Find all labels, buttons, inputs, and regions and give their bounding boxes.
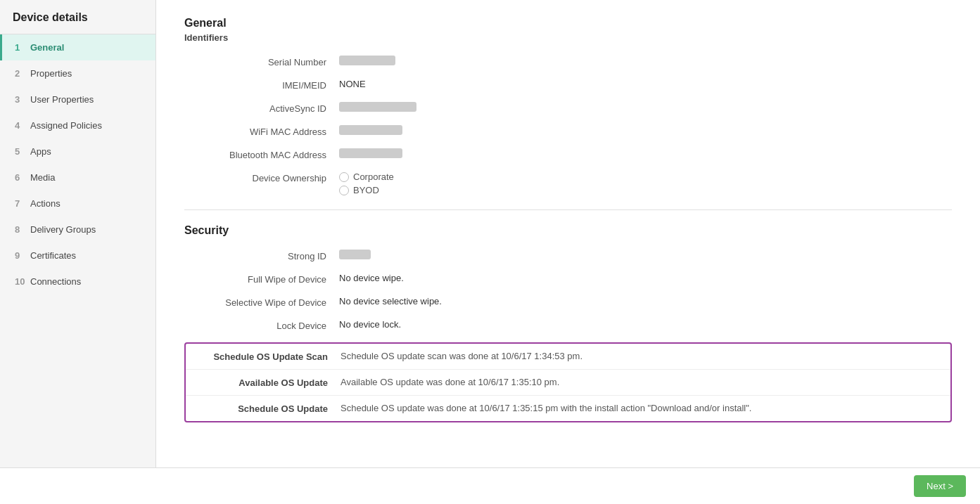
field-value: [339, 125, 402, 135]
highlight-value: Schedule OS update scan was done at 10/6…: [341, 351, 950, 361]
sidebar-item-label: User Properties: [30, 94, 94, 105]
highlight-row: Schedule OS Update ScanSchedule OS updat…: [186, 344, 950, 370]
sidebar-item-user-properties[interactable]: 3User Properties: [0, 86, 155, 112]
blurred-value: [339, 125, 402, 135]
field-value: [339, 102, 416, 112]
sidebar-item-general[interactable]: 1General: [0, 34, 155, 60]
field-value: No device wipe.: [339, 273, 404, 283]
highlight-row: Schedule OS UpdateSchedule OS update was…: [186, 396, 950, 421]
sidebar-item-label: Delivery Groups: [30, 224, 96, 235]
sidebar-item-label: Apps: [30, 146, 51, 157]
field-value: [339, 250, 371, 259]
highlight-label: Schedule OS Update Scan: [186, 351, 341, 362]
device-ownership-value: Corporate BYOD: [339, 172, 394, 195]
sidebar: Device details 1General2Properties3User …: [0, 0, 156, 467]
main-content: General Identifiers Serial NumberIMEI/ME…: [156, 0, 980, 467]
field-row: Bluetooth MAC Address: [184, 148, 952, 160]
radio-label-byod: BYOD: [353, 185, 379, 195]
field-value: No device lock.: [339, 319, 401, 330]
field-row: IMEI/MEIDNONE: [184, 79, 952, 91]
field-value: [339, 56, 395, 65]
field-label: Serial Number: [184, 56, 339, 67]
blurred-value: [339, 148, 402, 158]
field-value: [339, 148, 402, 158]
security-section-title: Security: [184, 224, 952, 237]
field-label: Selective Wipe of Device: [184, 296, 339, 308]
highlight-row: Available OS UpdateAvailable OS update w…: [186, 370, 950, 396]
sidebar-item-num: 6: [15, 172, 26, 183]
radio-circle-corporate: [339, 172, 349, 182]
radio-corporate[interactable]: Corporate: [339, 172, 394, 182]
field-row: ActiveSync ID: [184, 102, 952, 114]
field-row: WiFi MAC Address: [184, 125, 952, 137]
field-row: Serial Number: [184, 56, 952, 67]
section-divider: [184, 209, 952, 210]
radio-circle-byod: [339, 186, 349, 195]
sidebar-item-label: Properties: [30, 68, 72, 79]
sidebar-item-media[interactable]: 6Media: [0, 164, 155, 190]
field-label: Lock Device: [184, 319, 339, 331]
sidebar-item-label: Assigned Policies: [30, 120, 102, 131]
field-row: Lock DeviceNo device lock.: [184, 319, 952, 331]
text-value: No device selective wipe.: [339, 296, 442, 306]
sidebar-item-num: 5: [15, 146, 26, 157]
radio-group: Corporate BYOD: [339, 172, 394, 195]
next-button[interactable]: Next >: [914, 475, 966, 497]
sidebar-item-certificates[interactable]: 9Certificates: [0, 243, 155, 269]
sidebar-item-num: 4: [15, 120, 26, 131]
text-value: No device lock.: [339, 319, 401, 330]
sidebar-item-num: 8: [15, 224, 26, 235]
field-label: Full Wipe of Device: [184, 273, 339, 285]
footer: Next >: [0, 467, 980, 504]
highlight-label: Available OS Update: [186, 377, 341, 388]
field-label: Strong ID: [184, 250, 339, 261]
text-value: No device wipe.: [339, 273, 404, 283]
sidebar-item-num: 2: [15, 68, 26, 79]
sidebar-item-connections[interactable]: 10Connections: [0, 269, 155, 295]
sidebar-item-actions[interactable]: 7Actions: [0, 190, 155, 217]
field-row: Selective Wipe of DeviceNo device select…: [184, 296, 952, 308]
sidebar-item-num: 9: [15, 250, 26, 261]
sidebar-item-delivery-groups[interactable]: 8Delivery Groups: [0, 217, 155, 243]
blurred-value: [339, 56, 395, 65]
field-row: Full Wipe of DeviceNo device wipe.: [184, 273, 952, 285]
field-row: Strong ID: [184, 250, 952, 261]
sidebar-item-label: Media: [30, 172, 55, 183]
sidebar-item-num: 10: [15, 276, 26, 287]
field-label: ActiveSync ID: [184, 102, 339, 114]
sidebar-item-assigned-policies[interactable]: 4Assigned Policies: [0, 112, 155, 138]
general-section-title: General: [184, 17, 952, 30]
radio-byod[interactable]: BYOD: [339, 185, 394, 195]
device-ownership-row: Device Ownership Corporate BYOD: [184, 172, 952, 195]
sidebar-item-label: Actions: [30, 198, 61, 209]
sidebar-item-num: 3: [15, 94, 26, 105]
sidebar-item-label: General: [30, 42, 64, 53]
sidebar-title: Device details: [0, 0, 155, 34]
sidebar-item-num: 1: [15, 42, 26, 53]
sidebar-item-label: Connections: [30, 276, 81, 287]
blurred-value: [339, 102, 416, 112]
highlight-box: Schedule OS Update ScanSchedule OS updat…: [184, 342, 952, 422]
highlight-label: Schedule OS Update: [186, 403, 341, 414]
field-value: No device selective wipe.: [339, 296, 442, 306]
field-value: NONE: [339, 79, 366, 89]
highlight-value: Available OS update was done at 10/6/17 …: [341, 377, 950, 387]
identifiers-subtitle: Identifiers: [184, 32, 952, 43]
sidebar-item-apps[interactable]: 5Apps: [0, 138, 155, 164]
field-label: WiFi MAC Address: [184, 125, 339, 137]
field-label: Bluetooth MAC Address: [184, 148, 339, 160]
highlight-value: Schedule OS update was done at 10/6/17 1…: [341, 403, 950, 413]
blurred-value: [339, 250, 371, 259]
radio-label-corporate: Corporate: [353, 172, 394, 182]
device-ownership-label: Device Ownership: [184, 172, 339, 183]
sidebar-item-num: 7: [15, 198, 26, 209]
sidebar-item-label: Certificates: [30, 250, 76, 261]
text-value: NONE: [339, 79, 366, 89]
field-label: IMEI/MEID: [184, 79, 339, 91]
sidebar-item-properties[interactable]: 2Properties: [0, 60, 155, 86]
